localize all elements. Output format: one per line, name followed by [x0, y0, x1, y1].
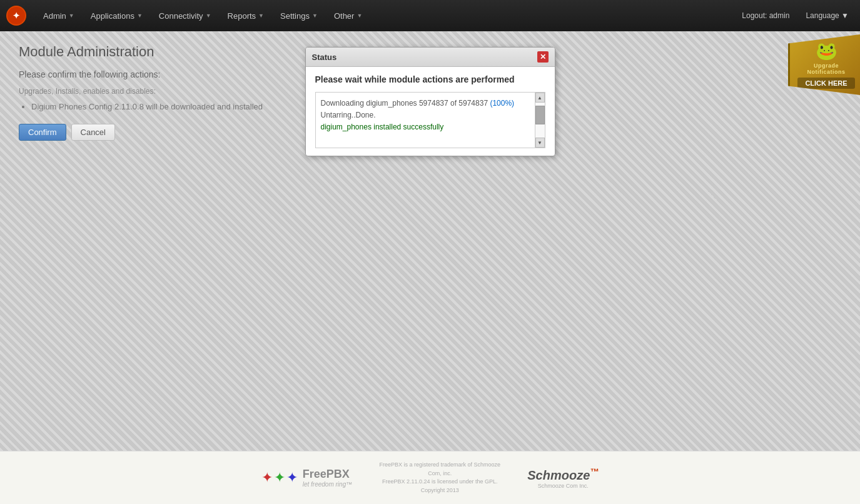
- dialog-close-button[interactable]: ✕: [537, 51, 549, 63]
- scrollbar-thumb[interactable]: [535, 106, 545, 124]
- dialog-header: Status ✕: [306, 48, 555, 67]
- log-line-untarring: Untarring..Done.: [321, 109, 530, 121]
- dialog-log-content: Downloading digium_phones 5974837 of 597…: [315, 92, 535, 148]
- dialog-title: Status: [312, 53, 337, 62]
- dialog-overlay: Status ✕ Please wait while module action…: [0, 0, 860, 504]
- scrollbar-down-button[interactable]: ▼: [535, 138, 545, 148]
- scrollbar-up-button[interactable]: ▲: [535, 93, 545, 103]
- log-line-download: Downloading digium_phones 5974837 of 597…: [321, 98, 530, 109]
- dialog-body: Please wait while module actions are per…: [306, 67, 555, 156]
- dialog-log-area: Downloading digium_phones 5974837 of 597…: [315, 92, 545, 148]
- log-percent: (100%): [490, 99, 514, 108]
- dialog-wait-message: Please wait while module actions are per…: [315, 74, 545, 84]
- scrollbar-track: [535, 103, 545, 138]
- status-dialog: Status ✕ Please wait while module action…: [305, 47, 555, 156]
- dialog-scrollbar: ▲ ▼: [535, 92, 545, 148]
- log-line-success: digium_phones installed successfully: [321, 121, 530, 133]
